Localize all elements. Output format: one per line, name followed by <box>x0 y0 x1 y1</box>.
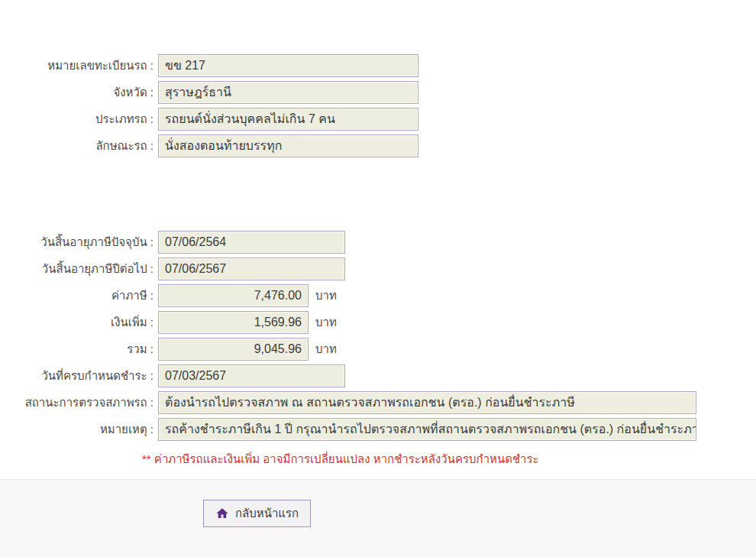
next-tax-expiry-label: วันสิ้นอายุภาษีปีต่อไป : <box>0 260 158 278</box>
tax-amount-label: ค่าภาษี : <box>0 287 158 305</box>
tax-info-section: วันสิ้นอายุภาษีปัจจุบัน : 07/06/2564 วัน… <box>0 228 756 442</box>
form-row: ลักษณะรถ : นั่งสองตอนท้ายบรรทุก <box>0 132 756 159</box>
vehicle-type-field[interactable]: รถยนต์นั่งส่วนบุคคลไม่เกิน 7 คน <box>158 108 418 131</box>
vehicle-type-label: ประเภทรถ : <box>0 110 158 128</box>
tax-amount-unit: บาท <box>315 287 337 305</box>
form-row: วันสิ้นอายุภาษีปัจจุบัน : 07/06/2564 <box>0 228 756 255</box>
back-to-home-label: กลับหน้าแรก <box>235 504 299 523</box>
registration-number-label: หมายเลขทะเบียนรถ : <box>0 57 158 75</box>
vehicle-body-style-label: ลักษณะรถ : <box>0 137 158 155</box>
registration-number-field[interactable]: ขข 217 <box>158 54 418 77</box>
form-row: วันสิ้นอายุภาษีปีต่อไป : 07/06/2567 <box>0 255 756 282</box>
tax-amount-field[interactable]: 7,476.00 <box>158 284 309 307</box>
inspection-status-field[interactable]: ต้องนำรถไปตรวจสภาพ ณ สถานตรวจสภาพรถเอกชน… <box>158 391 696 414</box>
inspection-status-label: สถานะการตรวจสภาพรถ : <box>0 393 158 412</box>
form-row: รวม : 9,045.96 บาท <box>0 335 756 362</box>
vehicle-body-style-field[interactable]: นั่งสองตอนท้ายบรรทุก <box>158 134 418 157</box>
remark-field[interactable]: รถค้างชำระภาษีเกิน 1 ปี กรุณานำรถไปตรวจส… <box>158 418 696 441</box>
form-row: หมายเลขทะเบียนรถ : ขข 217 <box>0 52 756 79</box>
total-field[interactable]: 9,045.96 <box>158 338 309 361</box>
vehicle-tax-form: หมายเลขทะเบียนรถ : ขข 217 จังหวัด : สุรา… <box>0 0 756 465</box>
remark-label: หมายเหตุ : <box>0 420 158 439</box>
footer-bar: กลับหน้าแรก <box>0 479 756 557</box>
back-to-home-button[interactable]: กลับหน้าแรก <box>203 500 311 527</box>
form-row: วันที่ครบกำหนดชำระ : 07/03/2567 <box>0 362 756 389</box>
surcharge-field[interactable]: 1,569.96 <box>158 311 309 334</box>
vehicle-info-section: หมายเลขทะเบียนรถ : ขข 217 จังหวัด : สุรา… <box>0 52 756 159</box>
current-tax-expiry-field[interactable]: 07/06/2564 <box>158 231 345 254</box>
province-field[interactable]: สุราษฎร์ธานี <box>158 81 418 104</box>
surcharge-label: เงินเพิ่ม : <box>0 313 158 332</box>
tax-change-warning-note: ** ค่าภาษีรถและเงินเพิ่ม อาจมีการเปลี่ยน… <box>0 442 756 465</box>
payment-due-date-label: วันที่ครบกำหนดชำระ : <box>0 367 158 385</box>
current-tax-expiry-label: วันสิ้นอายุภาษีปัจจุบัน : <box>0 233 158 251</box>
province-label: จังหวัด : <box>0 83 158 102</box>
form-row: ค่าภาษี : 7,476.00 บาท <box>0 282 756 309</box>
payment-due-date-field[interactable]: 07/03/2567 <box>158 364 345 387</box>
form-row: จังหวัด : สุราษฎร์ธานี <box>0 79 756 105</box>
total-unit: บาท <box>315 340 337 358</box>
form-row: เงินเพิ่ม : 1,569.96 บาท <box>0 309 756 335</box>
form-row: สถานะการตรวจสภาพรถ : ต้องนำรถไปตรวจสภาพ … <box>0 389 756 416</box>
next-tax-expiry-field[interactable]: 07/06/2567 <box>158 257 345 280</box>
home-icon <box>215 507 229 520</box>
surcharge-unit: บาท <box>315 313 337 332</box>
form-row: หมายเหตุ : รถค้างชำระภาษีเกิน 1 ปี กรุณา… <box>0 416 756 442</box>
total-label: รวม : <box>0 340 158 358</box>
form-row: ประเภทรถ : รถยนต์นั่งส่วนบุคคลไม่เกิน 7 … <box>0 105 756 132</box>
section-spacer <box>0 159 756 228</box>
